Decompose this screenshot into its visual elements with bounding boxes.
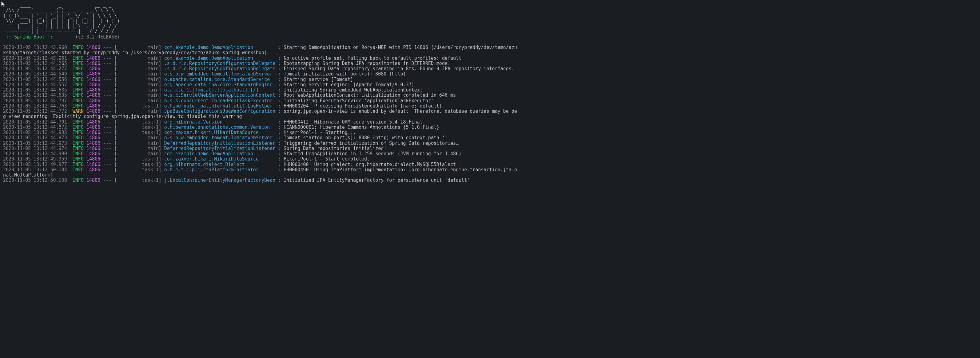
log-separator: --- <box>103 151 111 157</box>
log-logger: com.example.demo.DemoApplication <box>164 56 275 61</box>
log-line: 2020-11-05 13:12:50.108 INFO 14806 --- [… <box>3 178 977 183</box>
log-line: 2020-11-05 13:12:44.635 INFO 14806 --- [… <box>3 93 977 98</box>
log-level: INFO <box>73 71 84 77</box>
log-line: 2020-11-05 13:12:44.265 INFO 14806 --- [… <box>3 61 977 66</box>
log-message: Root WebApplicationContext: initializati… <box>283 93 456 98</box>
blank-line <box>3 40 977 45</box>
log-level: INFO <box>73 82 84 88</box>
log-colon: : <box>278 61 281 66</box>
log-separator: --- <box>103 66 111 72</box>
log-colon: : <box>278 56 281 61</box>
log-pid: 14806 <box>86 56 100 61</box>
log-level: INFO <box>73 130 84 135</box>
log-pid: 14806 <box>86 82 100 88</box>
log-logger: o.s.b.w.embedded.tomcat.TomcatWebServer <box>164 71 275 77</box>
log-message: Starting DemoApplication on Rorys-MBP wi… <box>283 45 517 50</box>
log-message: Bootstrapping Spring Data JPA repositori… <box>283 61 450 66</box>
log-pid: 14806 <box>86 177 100 183</box>
log-message: Initializing Spring embedded WebApplicat… <box>283 87 423 93</box>
log-level: INFO <box>73 119 84 125</box>
log-timestamp: 2020-11-05 13:12:44.973 <box>3 135 67 141</box>
log-line: 2020-11-05 13:12:49.977 INFO 14806 --- [… <box>3 162 977 167</box>
log-thread: [ main] <box>114 146 161 151</box>
log-thread: [ task-1] <box>114 103 161 109</box>
log-colon: : <box>278 125 281 130</box>
log-line: 2020-11-05 13:12:44.635 INFO 14806 --- [… <box>3 88 977 93</box>
log-timestamp: 2020-11-05 13:12:49.959 <box>3 156 67 162</box>
log-output[interactable]: 2020-11-05 13:12:43.960 INFO 14806 --- [… <box>3 45 977 183</box>
log-colon: : <box>278 130 281 135</box>
log-separator: --- <box>103 119 111 125</box>
log-logger: o.s.s.concurrent.ThreadPoolTaskExecutor <box>164 98 275 104</box>
log-line: 2020-11-05 13:12:44.277 INFO 14806 --- [… <box>3 66 977 72</box>
log-thread: [ task-1] <box>114 156 161 162</box>
spring-ascii-banner: . ____ _ __ _ _ /\\ / ___'_ __ _ _(_)_ _… <box>3 2 977 35</box>
log-level: INFO <box>73 141 84 146</box>
log-thread: [ main] <box>114 135 161 141</box>
log-separator: --- <box>103 56 111 61</box>
log-separator: --- <box>103 130 111 135</box>
log-pid: 14806 <box>86 156 100 162</box>
log-colon: : <box>278 66 281 72</box>
log-line: 2020-11-05 13:12:44.772 WARN 14806 --- [… <box>3 109 977 114</box>
log-timestamp: 2020-11-05 13:12:44.557 <box>3 82 67 88</box>
log-thread: [ main] <box>114 82 161 88</box>
log-separator: --- <box>103 135 111 141</box>
log-colon: : <box>278 82 281 88</box>
log-message: Tomcat started on port(s): 8080 (http) w… <box>283 135 447 141</box>
log-message: Tomcat initialized with port(s): 8080 (h… <box>283 71 406 77</box>
log-line: 2020-11-05 13:12:44.556 INFO 14806 --- [… <box>3 77 977 82</box>
log-pid: 14806 <box>86 130 100 135</box>
log-line: 2020-11-05 13:12:44.973 INFO 14806 --- [… <box>3 141 977 146</box>
log-pid: 14806 <box>86 167 100 173</box>
log-thread: [ main] <box>114 56 161 61</box>
log-timestamp: 2020-11-05 13:12:44.265 <box>3 61 67 66</box>
log-separator: --- <box>103 77 111 82</box>
log-message: HikariPool-1 - Starting... <box>283 130 356 135</box>
log-level: INFO <box>73 77 84 82</box>
spring-boot-label: :: Spring Boot :: <box>3 34 56 40</box>
log-colon: : <box>278 87 281 93</box>
log-level: WARN <box>73 109 84 114</box>
log-level: INFO <box>73 87 84 93</box>
log-logger: o.hibernate.jpa.internal.util.LogHelper <box>164 103 275 109</box>
log-thread: [ main] <box>114 98 161 104</box>
log-line: 2020-11-05 13:12:44.737 INFO 14806 --- [… <box>3 98 977 104</box>
log-level: INFO <box>73 167 84 173</box>
log-colon: : <box>278 119 281 125</box>
log-message: HikariPool-1 - Start completed. <box>283 156 370 162</box>
log-logger: com.zaxxer.hikari.HikariDataSource <box>164 156 275 162</box>
log-separator: --- <box>103 125 111 130</box>
log-timestamp: 2020-11-05 13:12:50.104 <box>3 167 67 173</box>
log-message: spring.jpa.open-in-view is enabled by de… <box>283 109 517 114</box>
log-thread: [ task-1] <box>114 125 161 130</box>
log-line: 2020-11-05 13:12:50.104 INFO 14806 --- [… <box>3 167 977 173</box>
log-thread: [ main] <box>114 61 161 66</box>
log-thread: [ main] <box>114 151 161 157</box>
log-logger: o.h.e.t.j.p.i.JtaPlatformInitiator <box>164 167 275 173</box>
log-timestamp: 2020-11-05 13:12:44.737 <box>3 98 67 104</box>
log-separator: --- <box>103 141 111 146</box>
log-level: INFO <box>73 93 84 98</box>
log-level: INFO <box>73 98 84 104</box>
log-message: HCANN000001: Hibernate Commons Annotatio… <box>283 125 439 130</box>
log-logger: org.hibernate.dialect.Dialect <box>164 162 275 167</box>
log-colon: : <box>278 146 281 151</box>
log-colon: : <box>278 77 281 82</box>
log-timestamp: 2020-11-05 13:12:44.973 <box>3 141 67 146</box>
log-colon: : <box>278 141 281 146</box>
log-colon: : <box>278 71 281 77</box>
log-separator: --- <box>103 109 111 114</box>
log-thread: [ task-1] <box>114 162 161 167</box>
log-thread: [ task-1] <box>114 130 161 135</box>
log-line: 2020-11-05 13:12:44.933 INFO 14806 --- [… <box>3 130 977 135</box>
log-pid: 14806 <box>86 119 100 125</box>
log-logger: w.s.c.ServletWebServerApplicationContext <box>164 93 275 98</box>
log-message-continuation: nal.NoJtaPlatform] <box>3 173 977 178</box>
log-logger: .s.d.r.c.RepositoryConfigurationDelegate <box>164 66 275 72</box>
log-timestamp: 2020-11-05 13:12:44.772 <box>3 109 67 114</box>
log-level: INFO <box>73 162 84 167</box>
spring-boot-banner: :: Spring Boot :: (v2.3.2.RELEASE) <box>3 35 977 40</box>
log-thread: [ task-1] <box>114 177 161 183</box>
log-pid: 14806 <box>86 93 100 98</box>
